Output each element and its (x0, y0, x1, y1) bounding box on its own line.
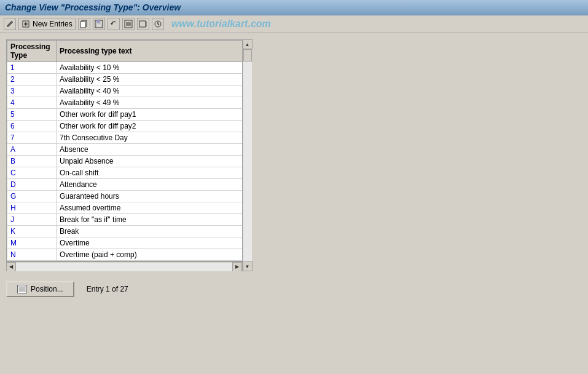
row-text[interactable]: 7th Consecutive Day (57, 132, 243, 144)
row-key[interactable]: J (7, 214, 57, 226)
table-row[interactable]: 3Availability < 40 % (7, 86, 243, 97)
svg-rect-4 (80, 22, 85, 28)
scroll-left-button[interactable]: ◀ (6, 262, 16, 272)
scroll-up-button[interactable]: ▲ (243, 39, 253, 49)
another2-icon[interactable] (137, 18, 149, 30)
row-text[interactable]: Attendance (57, 179, 243, 191)
main-content: Processing Type Processing type text ▮ 1… (0, 33, 588, 303)
table-row[interactable]: AAbsence (7, 144, 243, 156)
row-text[interactable]: Guaranteed hours (57, 191, 243, 202)
row-key[interactable]: N (7, 249, 57, 261)
table-row[interactable]: HAssumed overtime (7, 202, 243, 214)
row-text[interactable]: Assumed overtime (57, 202, 243, 214)
edit-icon[interactable] (4, 18, 16, 30)
table-row[interactable]: BUnpaid Absence (7, 156, 243, 167)
row-key[interactable]: 3 (7, 86, 57, 97)
row-text[interactable]: Other work for diff pay1 (57, 109, 243, 121)
row-key[interactable]: B (7, 156, 57, 167)
another3-icon[interactable] (152, 18, 164, 30)
table-wrapper: Processing Type Processing type text ▮ 1… (6, 39, 252, 271)
svg-marker-8 (111, 23, 113, 25)
new-entries-label: New Entries (33, 20, 73, 28)
row-text[interactable]: On-call shift (57, 167, 243, 179)
scroll-track-horizontal[interactable] (16, 263, 232, 271)
scroll-track-vertical[interactable] (243, 49, 252, 261)
row-key[interactable]: 4 (7, 97, 57, 109)
table-row[interactable]: 6Other work for diff pay2 (7, 121, 243, 132)
row-key[interactable]: C (7, 167, 57, 179)
row-key[interactable]: 2 (7, 74, 57, 86)
position-icon (17, 285, 27, 293)
row-text[interactable]: Availability < 49 % (57, 97, 243, 109)
row-key[interactable]: A (7, 144, 57, 156)
processing-type-table: Processing Type Processing type text ▮ 1… (7, 40, 242, 261)
page-title: Change View "Processing Type": Overview (5, 2, 583, 12)
table-row[interactable]: NOvertime (paid + comp) (7, 249, 243, 261)
title-bar: Change View "Processing Type": Overview (0, 0, 588, 15)
table-row[interactable]: KBreak (7, 226, 243, 237)
col-header-key: Processing Type (7, 41, 57, 62)
table-row[interactable]: 1Availability < 10 % (7, 62, 243, 74)
save-icon[interactable] (93, 18, 105, 30)
row-key[interactable]: 1 (7, 62, 57, 74)
position-button-label: Position... (31, 285, 63, 293)
table-row[interactable]: GGuaranteed hours (7, 191, 243, 202)
svg-line-19 (158, 24, 159, 25)
table-row[interactable]: DAttendance (7, 179, 243, 191)
row-key[interactable]: 6 (7, 121, 57, 132)
table-row[interactable]: 4Availability < 49 % (7, 97, 243, 109)
table-row[interactable]: JBreak for "as if" time (7, 214, 243, 226)
row-text[interactable]: Overtime (paid + comp) (57, 249, 243, 261)
table-container: Processing Type Processing type text ▮ 1… (6, 39, 242, 261)
row-text[interactable]: Availability < 10 % (57, 62, 243, 74)
row-text[interactable]: Other work for diff pay2 (57, 121, 243, 132)
table-row[interactable]: 77th Consecutive Day (7, 132, 243, 144)
position-button[interactable]: Position... (6, 281, 74, 297)
entry-info: Entry 1 of 27 (87, 285, 128, 293)
row-text[interactable]: Availability < 40 % (57, 86, 243, 97)
row-text[interactable]: Availability < 25 % (57, 74, 243, 86)
row-text[interactable]: Break for "as if" time (57, 214, 243, 226)
svg-rect-7 (96, 24, 101, 27)
row-key[interactable]: K (7, 226, 57, 237)
new-entries-button[interactable]: New Entries (18, 18, 76, 30)
row-key[interactable]: 7 (7, 132, 57, 144)
row-text[interactable]: Overtime (57, 237, 243, 249)
col-header-text: Processing type text ▮ (57, 41, 243, 62)
scrollbar-horizontal[interactable]: ◀ ▶ (6, 261, 242, 271)
table-row[interactable]: 2Availability < 25 % (7, 74, 243, 86)
table-row[interactable]: 5Other work for diff pay1 (7, 109, 243, 121)
table-scroll-area: Processing Type Processing type text ▮ 1… (6, 39, 242, 271)
table-row[interactable]: MOvertime (7, 237, 243, 249)
row-text[interactable]: Break (57, 226, 243, 237)
row-key[interactable]: M (7, 237, 57, 249)
table-row[interactable]: COn-call shift (7, 167, 243, 179)
another1-icon[interactable] (122, 18, 135, 30)
svg-rect-20 (18, 286, 26, 292)
new-entries-icon (22, 20, 30, 28)
bottom-section: Position... Entry 1 of 27 (6, 281, 128, 297)
row-text[interactable]: Unpaid Absence (57, 156, 243, 167)
scroll-thumb[interactable] (243, 49, 252, 62)
scroll-down-button[interactable]: ▼ (243, 261, 253, 271)
scrollbar-vertical[interactable]: ▲ ▼ (242, 39, 252, 271)
row-key[interactable]: 5 (7, 109, 57, 121)
table-body: 1Availability < 10 %2Availability < 25 %… (7, 62, 243, 261)
toolbar: New Entries www.tutorialkart.com (0, 15, 588, 33)
undo-icon[interactable] (108, 18, 120, 30)
table-header-row: Processing Type Processing type text ▮ (7, 41, 243, 62)
scroll-right-button[interactable]: ▶ (232, 262, 242, 272)
svg-rect-13 (139, 21, 146, 27)
svg-rect-6 (96, 20, 100, 23)
row-text[interactable]: Absence (57, 144, 243, 156)
row-key[interactable]: G (7, 191, 57, 202)
copy-icon[interactable] (78, 18, 90, 30)
row-key[interactable]: H (7, 202, 57, 214)
row-key[interactable]: D (7, 179, 57, 191)
watermark-text: www.tutorialkart.com (171, 18, 271, 30)
